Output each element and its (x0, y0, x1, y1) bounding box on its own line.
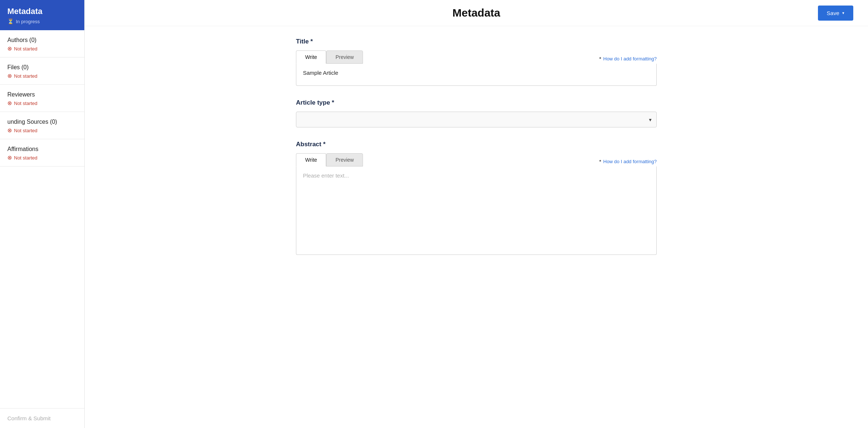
sidebar-header: Metadata ⏳ In progress (0, 0, 84, 30)
not-started-icon: ⊗ (7, 127, 12, 134)
abstract-formatting-hint: * How do I add formatting? (599, 159, 657, 166)
sidebar-item-affirmations[interactable]: Affirmations ⊗ Not started (0, 139, 84, 166)
formatting-asterisk: * (599, 56, 601, 62)
sidebar-title: Metadata (7, 7, 77, 16)
sidebar-item-funding-status: ⊗ Not started (7, 127, 77, 134)
main-content-area: Metadata Save ▾ Title * Write Preview * … (85, 0, 868, 428)
title-input[interactable]: Sample Article (296, 64, 657, 86)
abstract-tabs: Write Preview (296, 153, 363, 166)
sidebar-item-reviewers-status: ⊗ Not started (7, 100, 77, 106)
sidebar-item-funding-sources[interactable]: unding Sources (0) ⊗ Not started (0, 112, 84, 139)
title-formatting-link[interactable]: How do I add formatting? (603, 56, 657, 62)
title-tabs: Write Preview (296, 50, 363, 64)
article-type-select-wrapper (296, 112, 657, 127)
sidebar-item-files-status: ⊗ Not started (7, 73, 77, 79)
title-section: Title * Write Preview * How do I add for… (296, 38, 657, 86)
sidebar-item-files-label: Files (0) (7, 64, 77, 71)
sidebar-item-authors-label: Authors (0) (7, 37, 77, 43)
page-title: Metadata (452, 7, 500, 19)
sidebar-item-authors[interactable]: Authors (0) ⊗ Not started (0, 30, 84, 57)
title-formatting-hint: * How do I add formatting? (599, 56, 657, 64)
main-header: Metadata Save ▾ (85, 0, 868, 26)
hourglass-icon: ⏳ (7, 18, 14, 24)
save-button[interactable]: Save ▾ (818, 6, 853, 21)
title-section-label: Title * (296, 38, 657, 45)
sidebar-item-affirmations-label: Affirmations (7, 146, 77, 152)
title-tab-write[interactable]: Write (296, 50, 326, 64)
article-type-select[interactable] (296, 112, 657, 127)
article-type-label: Article type * (296, 99, 657, 106)
sidebar-item-authors-status: ⊗ Not started (7, 45, 77, 52)
not-started-icon: ⊗ (7, 100, 12, 106)
sidebar-item-reviewers-label: Reviewers (7, 91, 77, 98)
not-started-icon: ⊗ (7, 45, 12, 52)
title-tab-preview[interactable]: Preview (326, 50, 363, 64)
sidebar-item-funding-label: unding Sources (0) (7, 119, 77, 125)
save-button-label: Save (827, 10, 839, 16)
article-type-section: Article type * (296, 99, 657, 127)
sidebar-item-reviewers[interactable]: Reviewers ⊗ Not started (0, 85, 84, 112)
chevron-down-icon: ▾ (842, 11, 844, 15)
abstract-tab-bar: Write Preview * How do I add formatting? (296, 153, 657, 166)
abstract-formatting-link[interactable]: How do I add formatting? (603, 159, 657, 164)
sidebar-status: ⏳ In progress (7, 18, 77, 24)
sidebar-item-affirmations-status: ⊗ Not started (7, 154, 77, 161)
sidebar-footer-confirm-submit[interactable]: Confirm & Submit (0, 408, 84, 428)
not-started-icon: ⊗ (7, 154, 12, 161)
abstract-section: Abstract * Write Preview * How do I add … (296, 141, 657, 255)
abstract-section-label: Abstract * (296, 141, 657, 148)
abstract-tab-preview[interactable]: Preview (326, 153, 363, 166)
sidebar-item-files[interactable]: Files (0) ⊗ Not started (0, 57, 84, 85)
title-tab-bar: Write Preview * How do I add formatting? (296, 50, 657, 64)
sidebar: Metadata ⏳ In progress Authors (0) ⊗ Not… (0, 0, 85, 428)
abstract-formatting-asterisk: * (599, 159, 601, 164)
abstract-tab-write[interactable]: Write (296, 153, 326, 166)
sidebar-status-label: In progress (16, 19, 40, 24)
form-content: Title * Write Preview * How do I add for… (274, 26, 679, 290)
not-started-icon: ⊗ (7, 73, 12, 79)
abstract-input[interactable]: Please enter text... (296, 166, 657, 255)
sidebar-items: Authors (0) ⊗ Not started Files (0) ⊗ No… (0, 30, 84, 408)
